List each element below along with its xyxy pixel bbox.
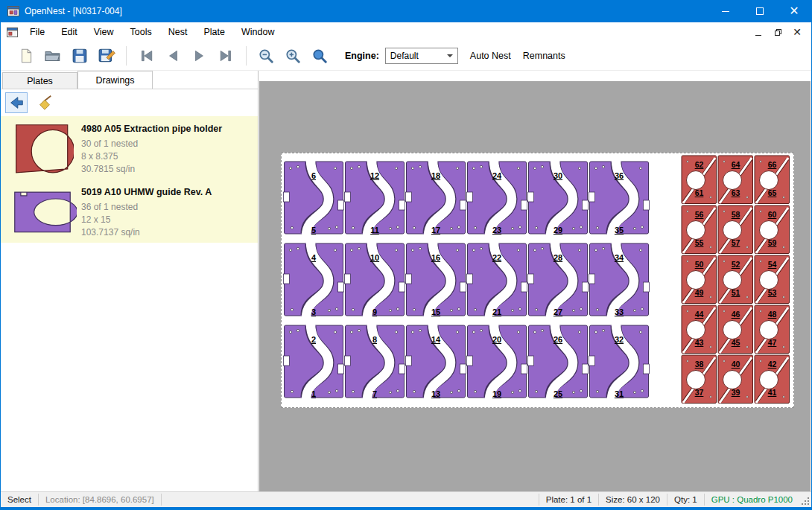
nest-canvas[interactable]: 6 5 12 11 18 xyxy=(259,71,811,491)
close-button[interactable]: ✕ xyxy=(777,0,811,22)
drawing-area: 30.7815 sq/in xyxy=(81,163,222,176)
part-number-top: 44 xyxy=(681,310,717,319)
nested-part-pair[interactable]: 64 63 xyxy=(717,155,754,205)
nested-part-pair[interactable]: 56 55 xyxy=(681,205,717,255)
part-number-bottom: 55 xyxy=(681,238,717,247)
zoom-out-button[interactable] xyxy=(253,44,279,68)
status-gpu: GPU : Quadro P1000 xyxy=(705,492,799,507)
clear-button[interactable] xyxy=(34,92,56,113)
nested-part-pair[interactable]: 24 23 xyxy=(466,157,527,239)
nested-part-pair[interactable]: 50 49 xyxy=(681,255,717,305)
nested-part-pair[interactable]: 28 27 xyxy=(527,239,589,321)
nested-part-pair[interactable]: 60 59 xyxy=(754,205,790,255)
plate[interactable]: 6 5 12 11 18 xyxy=(281,153,794,408)
drawing-size: 8 x 8.375 xyxy=(81,150,222,163)
menu-nest[interactable]: Nest xyxy=(160,23,196,41)
part-number-top: 34 xyxy=(589,253,650,262)
nested-part-pair[interactable]: 54 53 xyxy=(754,255,790,305)
status-mode: Select xyxy=(1,492,38,507)
first-arrow-icon xyxy=(139,48,153,63)
nested-part-pair[interactable]: 58 57 xyxy=(717,205,754,255)
maximize-button[interactable] xyxy=(743,0,777,22)
part-number-bottom: 3 xyxy=(283,307,344,316)
last-arrow-icon xyxy=(219,48,234,63)
last-plate-button[interactable] xyxy=(213,44,240,68)
zoom-fit-button[interactable] xyxy=(306,44,333,68)
status-location: Location: [84.8696, 60.6957] xyxy=(39,492,161,507)
resize-grip-icon xyxy=(808,503,809,505)
drawings-toolbar xyxy=(1,89,258,116)
nested-part-pair[interactable]: 44 43 xyxy=(681,305,717,354)
mdi-window-controls: ✕ xyxy=(750,25,805,39)
blue-arrow-icon xyxy=(8,95,25,111)
nested-part-pair[interactable]: 62 61 xyxy=(681,155,717,205)
app-icon xyxy=(7,5,19,17)
nested-part-pair[interactable]: 10 9 xyxy=(344,239,405,321)
save-button[interactable] xyxy=(66,44,93,68)
engine-label: Engine: xyxy=(345,51,379,61)
zoom-in-button[interactable] xyxy=(279,44,306,68)
resize-grip[interactable] xyxy=(799,492,811,507)
nested-part-pair[interactable]: 4 3 xyxy=(283,239,344,321)
drawing-item-uhmw-guide[interactable]: 5019 A10 UHMW guide Rev. A 36 of 1 neste… xyxy=(1,179,258,243)
nested-part-pair[interactable]: 38 37 xyxy=(681,354,717,404)
save-as-button[interactable] xyxy=(93,44,120,68)
menu-plate[interactable]: Plate xyxy=(195,23,233,41)
maximize-icon xyxy=(756,7,764,15)
mdi-restore-button[interactable] xyxy=(770,25,786,39)
nested-part-pair[interactable]: 20 19 xyxy=(466,321,527,403)
nested-part-pair[interactable]: 26 25 xyxy=(527,321,589,403)
move-to-plate-button[interactable] xyxy=(5,92,28,113)
part-number-top: 10 xyxy=(344,253,405,262)
nested-part-pair[interactable]: 12 11 xyxy=(344,157,405,239)
remnants-button[interactable]: Remnants xyxy=(523,51,565,61)
document-icon[interactable] xyxy=(7,27,18,38)
nested-part-pair[interactable]: 42 41 xyxy=(754,354,790,404)
nested-part-pair[interactable]: 32 31 xyxy=(589,321,650,403)
nested-part-pair[interactable]: 18 17 xyxy=(405,157,466,239)
mdi-minimize-button[interactable] xyxy=(750,25,767,39)
tab-plates[interactable]: Plates xyxy=(2,72,77,89)
drawings-panel: 4980 A05 Extraction pipe holder 30 of 1 … xyxy=(1,89,258,491)
open-button[interactable] xyxy=(39,44,66,68)
nested-part-pair[interactable]: 22 21 xyxy=(466,239,527,321)
part-number-top: 4 xyxy=(283,253,344,262)
mdi-close-button[interactable]: ✕ xyxy=(789,25,805,39)
toolbar-separator xyxy=(126,46,127,66)
nested-part-pair[interactable]: 36 35 xyxy=(589,157,650,239)
menu-window[interactable]: Window xyxy=(233,23,282,41)
nested-part-pair[interactable]: 2 1 xyxy=(283,321,344,403)
nested-part-pair[interactable]: 8 7 xyxy=(344,321,405,403)
part-number-bottom: 1 xyxy=(283,389,344,398)
engine-select[interactable]: Default xyxy=(385,48,458,64)
new-button[interactable] xyxy=(13,44,39,68)
nested-part-pair[interactable]: 46 45 xyxy=(717,305,754,354)
menu-edit[interactable]: Edit xyxy=(53,23,86,41)
nested-part-pair[interactable]: 16 15 xyxy=(405,239,466,321)
nested-part-pair[interactable]: 6 5 xyxy=(283,157,344,239)
nested-part-pair[interactable]: 52 51 xyxy=(717,255,754,305)
part-number-top: 42 xyxy=(754,360,790,369)
nested-part-pair[interactable]: 34 33 xyxy=(589,239,650,321)
first-plate-button[interactable] xyxy=(133,44,159,68)
previous-arrow-icon xyxy=(165,48,180,63)
window-border xyxy=(1,507,811,510)
nested-part-pair[interactable]: 30 29 xyxy=(527,157,589,239)
minimize-button[interactable] xyxy=(708,0,743,22)
previous-plate-button[interactable] xyxy=(159,44,186,68)
nested-part-pair[interactable]: 40 39 xyxy=(717,354,754,404)
tab-drawings[interactable]: Drawings xyxy=(77,71,153,89)
menu-file[interactable]: File xyxy=(22,23,53,41)
part-number-bottom: 31 xyxy=(589,389,650,398)
purple-part-grid: 6 5 12 11 18 xyxy=(283,157,650,403)
part-number-top: 24 xyxy=(466,171,527,180)
nested-part-pair[interactable]: 48 47 xyxy=(754,305,790,354)
menu-tools[interactable]: Tools xyxy=(122,23,160,41)
drawing-item-extraction-pipe-holder[interactable]: 4980 A05 Extraction pipe holder 30 of 1 … xyxy=(1,116,258,179)
nested-part-pair[interactable]: 14 13 xyxy=(405,321,466,403)
part-number-bottom: 51 xyxy=(717,288,754,297)
nested-part-pair[interactable]: 66 65 xyxy=(754,155,790,205)
auto-nest-button[interactable]: Auto Nest xyxy=(470,51,511,61)
menu-view[interactable]: View xyxy=(86,23,122,41)
next-plate-button[interactable] xyxy=(186,44,213,68)
